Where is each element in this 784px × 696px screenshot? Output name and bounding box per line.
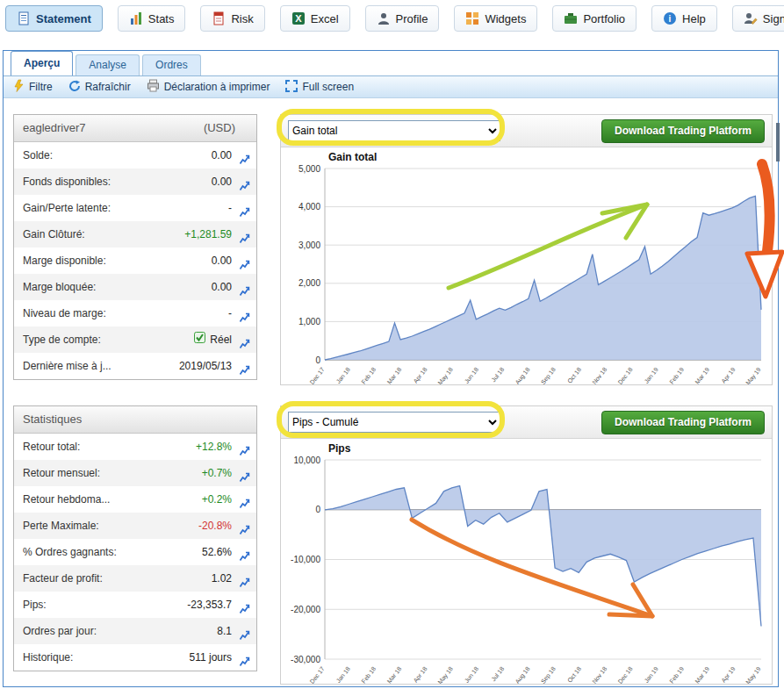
refresh-button[interactable]: Rafraîchir — [68, 80, 131, 95]
tab-analyse[interactable]: Analyse — [76, 54, 140, 75]
chart-link-icon[interactable] — [239, 360, 250, 371]
chart-link-icon[interactable] — [239, 307, 250, 319]
chart-link-icon[interactable] — [239, 202, 250, 213]
table-row: Pips: -23,353.7 — [14, 592, 256, 618]
chart-link-icon[interactable] — [239, 228, 250, 240]
pips-chart: -30,000-20,000-10,000010,000Dec 17Jan 18… — [281, 439, 772, 684]
chart-link-icon[interactable] — [239, 176, 250, 187]
chart-link-icon[interactable] — [239, 651, 250, 663]
chart-link-icon[interactable] — [239, 599, 250, 610]
table-row: Facteur de profit: 1.02 — [14, 565, 256, 592]
tab-apercu[interactable]: Aperçu — [11, 51, 73, 75]
svg-text:May 18: May 18 — [436, 665, 455, 684]
svg-text:4,000: 4,000 — [298, 202, 320, 212]
excel-icon: X — [291, 11, 306, 25]
row-label: Perte Maximale: — [23, 520, 99, 532]
svg-text:May 19: May 19 — [744, 366, 763, 384]
row-value: -23,353.7 — [187, 592, 232, 618]
toolbar-help-button[interactable]: i Help — [651, 5, 717, 32]
svg-text:Feb 19: Feb 19 — [668, 366, 685, 384]
gain-chart-type-select[interactable]: Gain total — [288, 120, 500, 141]
account-rows: Solde: 0.00 Fonds disponibles: 0.00 Gain… — [14, 142, 256, 379]
row-value: 0.00 — [212, 274, 232, 300]
print-statement-button[interactable]: Déclaration à imprimer — [147, 79, 270, 95]
chart-link-icon[interactable] — [239, 334, 250, 345]
filter-button[interactable]: Filtre — [12, 79, 53, 95]
toolbar-risk-button[interactable]: Risk — [200, 5, 264, 32]
pips-chart-type-select[interactable]: Pips - Cumulé — [288, 412, 500, 433]
toolbar-widgets-button[interactable]: Widgets — [454, 5, 537, 32]
row-label: Facteur de profit: — [23, 572, 103, 585]
row-label: Gain Clôturé: — [23, 228, 85, 240]
svg-text:Jun 18: Jun 18 — [464, 665, 480, 684]
chart-link-icon[interactable] — [239, 546, 250, 557]
chart-link-icon[interactable] — [239, 625, 250, 636]
chart-link-icon[interactable] — [239, 255, 250, 266]
svg-text:Gain total: Gain total — [328, 151, 377, 163]
main-container: Aperçu Analyse Ordres Filtre Rafraîchir … — [3, 50, 779, 687]
scrollbar-thumb[interactable] — [776, 123, 780, 161]
chart-link-icon[interactable] — [239, 149, 250, 161]
svg-text:Dec 18: Dec 18 — [616, 366, 633, 384]
chart-link-icon[interactable] — [239, 520, 250, 531]
svg-text:Mar 19: Mar 19 — [694, 665, 710, 684]
table-row: Fonds disponibles: 0.00 — [14, 169, 256, 195]
chart-link-icon[interactable] — [239, 493, 250, 505]
top-toolbar: Statement Stats Risk X Excel Profile Wid… — [5, 4, 779, 32]
toolbar-profile-button[interactable]: Profile — [365, 5, 440, 32]
signup-label: Sign up — [763, 12, 784, 25]
download-platform-button[interactable]: Download Trading Platform — [601, 411, 765, 434]
toolbar-excel-label: Excel — [311, 12, 339, 25]
chart-link-icon[interactable] — [239, 281, 250, 292]
row-value: - — [228, 195, 232, 221]
chart-link-icon[interactable] — [239, 441, 250, 452]
svg-text:Nov 18: Nov 18 — [591, 665, 608, 684]
row-label: % Ordres gagnants: — [23, 546, 117, 558]
chart-link-icon[interactable] — [239, 572, 250, 584]
table-row: Gain Clôturé: +1,281.59 — [14, 221, 256, 248]
download-platform-button[interactable]: Download Trading Platform — [601, 119, 765, 143]
signup-button[interactable]: Sign up — [732, 5, 784, 32]
svg-text:i: i — [669, 14, 672, 24]
svg-text:Apr 18: Apr 18 — [412, 665, 428, 684]
filter-icon — [12, 79, 25, 95]
svg-text:Mar 18: Mar 18 — [386, 665, 403, 684]
row-value: +0.2% — [202, 486, 232, 513]
fullscreen-button[interactable]: Full screen — [285, 80, 354, 95]
toolbar-statement-button[interactable]: Statement — [5, 5, 103, 32]
tab-ordres[interactable]: Ordres — [142, 54, 201, 75]
svg-text:Aug 18: Aug 18 — [514, 665, 532, 684]
row-value: +12.8% — [196, 434, 232, 460]
table-row: Type de compte: Réel — [14, 326, 256, 353]
row-value: 511 jours — [190, 644, 232, 671]
row-label: Fonds disponibles: — [23, 176, 111, 188]
toolbar-portfolio-button[interactable]: Portfolio — [552, 5, 637, 32]
portfolio-icon — [564, 11, 578, 25]
row-value: 52.6% — [202, 539, 232, 565]
statistics-panel: Statistiques Retour total: +12.8% Retour… — [13, 405, 257, 671]
toolbar-stats-button[interactable]: Stats — [118, 5, 186, 32]
svg-text:Jan 19: Jan 19 — [643, 665, 659, 684]
svg-text:-10,000: -10,000 — [291, 555, 320, 564]
table-row: Ordres par jour: 8.1 — [14, 618, 256, 644]
table-row: Niveau de marge: - — [14, 300, 256, 326]
statistics-title: Statistiques — [23, 406, 82, 433]
gain-chart-header: Gain total Download Trading Platform — [281, 115, 772, 147]
toolbar-excel-button[interactable]: X Excel — [280, 5, 350, 32]
row-value: 0.00 — [212, 142, 232, 169]
account-info-panel: eagledriver7 (USD) Solde: 0.00 Fonds dis… — [13, 114, 257, 380]
svg-text:Dec 18: Dec 18 — [616, 665, 633, 684]
svg-text:Mar 19: Mar 19 — [694, 366, 710, 384]
svg-text:0: 0 — [315, 355, 320, 365]
profile-icon — [377, 11, 391, 25]
svg-text:May 18: May 18 — [436, 366, 455, 384]
svg-text:Sep 18: Sep 18 — [540, 665, 557, 684]
tab-bar: Aperçu Analyse Ordres — [4, 51, 778, 75]
row-label: Marge bloquée: — [23, 281, 96, 293]
toolbar-help-label: Help — [682, 12, 706, 25]
svg-text:Oct 18: Oct 18 — [566, 366, 582, 384]
account-panel-header: eagledriver7 (USD) — [14, 115, 256, 142]
row-value: -20.8% — [198, 513, 232, 539]
trading-statement-page: Statement Stats Risk X Excel Profile Wid… — [0, 0, 784, 696]
chart-link-icon[interactable] — [239, 467, 250, 478]
